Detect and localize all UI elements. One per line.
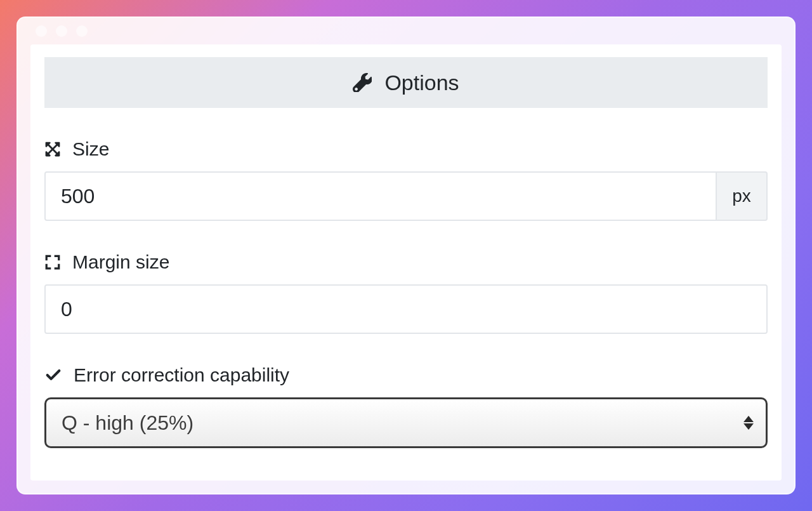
wrench-icon — [353, 73, 372, 92]
error-correction-select-wrap: Q - high (25%) — [44, 397, 768, 448]
options-title: Options — [384, 70, 459, 95]
crop-corners-icon — [44, 254, 61, 270]
app-window: Options Size px Margin size — [16, 17, 796, 494]
size-label-row: Size — [44, 138, 768, 160]
margin-label: Margin size — [72, 251, 169, 273]
size-input[interactable] — [44, 171, 717, 221]
error-correction-field: Error correction capability Q - high (25… — [44, 364, 768, 448]
size-unit: px — [717, 171, 768, 221]
margin-field: Margin size — [44, 251, 768, 334]
error-correction-select[interactable]: Q - high (25%) — [44, 397, 768, 448]
window-zoom-dot[interactable] — [76, 25, 88, 37]
size-label: Size — [72, 138, 109, 160]
content-panel: Options Size px Margin size — [30, 44, 782, 481]
check-icon — [44, 366, 62, 384]
options-header: Options — [44, 57, 768, 108]
error-correction-label: Error correction capability — [74, 364, 289, 386]
size-input-group: px — [44, 171, 768, 221]
expand-arrows-icon — [44, 141, 61, 157]
margin-input-group — [44, 284, 768, 334]
error-correction-label-row: Error correction capability — [44, 364, 768, 386]
size-field: Size px — [44, 138, 768, 221]
window-titlebar — [18, 18, 794, 44]
margin-label-row: Margin size — [44, 251, 768, 273]
margin-input[interactable] — [44, 284, 768, 334]
window-close-dot[interactable] — [36, 25, 47, 37]
window-minimize-dot[interactable] — [56, 25, 67, 37]
